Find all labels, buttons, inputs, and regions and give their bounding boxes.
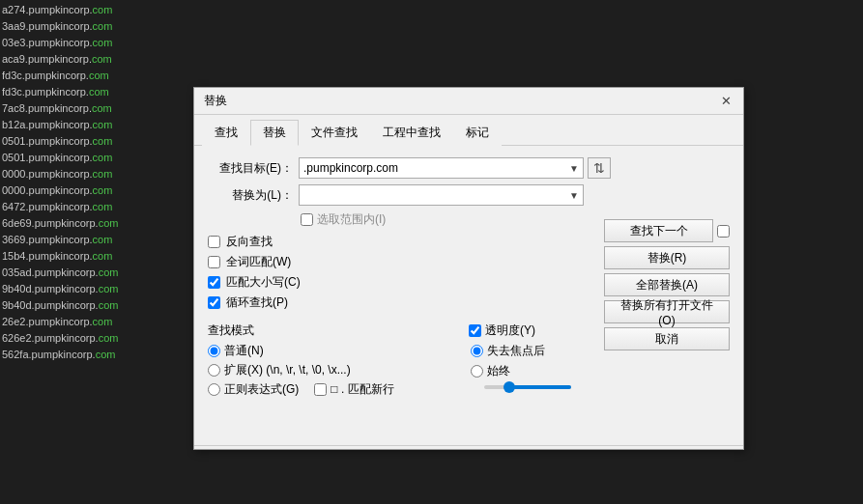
bg-list-item: 562fa.pumpkincorp.com <box>0 347 188 363</box>
domain-text: com <box>99 297 119 314</box>
bg-list-item: 9b40d.pumpkincorp.com <box>0 281 188 297</box>
cancel-button[interactable]: 取消 <box>604 327 730 350</box>
sel-range-checkbox[interactable] <box>301 213 313 226</box>
mode-regex-label[interactable]: 正则表达式(G) <box>224 381 299 398</box>
domain-text: com <box>93 232 113 248</box>
tab-标记[interactable]: 标记 <box>453 120 502 146</box>
tab-查找[interactable]: 查找 <box>202 120 250 146</box>
match-newline-label[interactable]: □ . 匹配新行 <box>331 381 393 398</box>
slider-row <box>484 385 730 389</box>
hash-text: 0000.pumpkincorp. <box>2 182 93 199</box>
mode-normal-label[interactable]: 普通(N) <box>224 343 264 359</box>
mode-extended-label[interactable]: 扩展(X) (\n, \r, \t, \0, \x...) <box>224 362 351 378</box>
domain-text: com <box>89 84 109 100</box>
trans-blur-radio[interactable] <box>471 345 483 357</box>
bg-list-item: 15b4.pumpkincorp.com <box>0 248 188 265</box>
hash-text: 9b40d.pumpkincorp. <box>2 297 99 314</box>
bg-list-item: a274.pumpkincorp.com <box>0 2 188 18</box>
mode-regex-radio[interactable] <box>208 383 220 396</box>
replace-button[interactable]: 替换(R) <box>604 246 730 269</box>
wrap-search-checkbox[interactable] <box>208 296 220 309</box>
hash-text: 6472.pumpkincorp. <box>2 199 93 215</box>
reverse-search-label[interactable]: 反向查找 <box>226 234 273 250</box>
domain-text: com <box>93 314 113 330</box>
hash-text: 562fa.pumpkincorp. <box>2 347 96 363</box>
trans-always-label[interactable]: 始终 <box>487 363 510 379</box>
replace-combo[interactable]: ▼ <box>299 184 584 206</box>
find-next-button[interactable]: 查找下一个 <box>604 219 713 242</box>
close-button[interactable]: ✕ <box>718 94 734 109</box>
bg-list-item: 035ad.pumpkincorp.com <box>0 265 188 281</box>
reverse-search-checkbox[interactable] <box>208 236 220 248</box>
dialog-title: 替换 <box>204 93 227 109</box>
swap-button[interactable]: ⇅ <box>588 157 611 179</box>
match-case-checkbox[interactable] <box>208 276 220 289</box>
bg-list-item: 7ac8.pumpkincorp.com <box>0 100 188 117</box>
find-input-wrap: ▼ ⇅ <box>299 157 730 179</box>
tab-文件查找[interactable]: 文件查找 <box>299 120 370 146</box>
trans-blur-label[interactable]: 失去焦点后 <box>487 343 545 359</box>
hash-text: 26e2.pumpkincorp. <box>2 314 93 330</box>
match-newline-checkbox[interactable] <box>314 383 327 396</box>
hash-text: 7ac8.pumpkincorp. <box>2 100 92 117</box>
hash-text: 3aa9.pumpkincorp. <box>2 18 93 35</box>
domain-text: com <box>99 215 119 232</box>
mode-extended-row: 扩展(X) (\n, \r, \t, \0, \x...) <box>208 362 469 378</box>
bg-list-item: 0501.pumpkincorp.com <box>0 150 188 166</box>
trans-always-radio[interactable] <box>471 365 483 378</box>
domain-text: com <box>92 51 112 68</box>
replace-all-button[interactable]: 全部替换(A) <box>604 273 730 296</box>
bg-list-item: 6de69.pumpkincorp.com <box>0 215 188 232</box>
domain-text: com <box>93 133 113 150</box>
hash-text: 0501.pumpkincorp. <box>2 150 93 166</box>
whole-word-checkbox[interactable] <box>208 256 220 268</box>
sel-range-label[interactable]: 选取范围内(I) <box>317 211 386 228</box>
mode-extended-radio[interactable] <box>208 364 220 377</box>
bg-list-item: 3669.pumpkincorp.com <box>0 232 188 248</box>
bg-list-item: 6472.pumpkincorp.com <box>0 199 188 215</box>
find-combo-arrow[interactable]: ▼ <box>565 163 579 174</box>
search-mode-left: 查找模式 普通(N) 扩展(X) (\n, \r, \t, \0, \x...)… <box>208 322 469 401</box>
find-combo[interactable]: ▼ <box>299 157 584 179</box>
domain-text: com <box>93 35 113 51</box>
hash-text: 0501.pumpkincorp. <box>2 133 93 150</box>
domain-text: com <box>93 199 113 215</box>
bg-list-item: 9b40d.pumpkincorp.com <box>0 297 188 314</box>
bg-list-item: 626e2.pumpkincorp.com <box>0 330 188 347</box>
title-bar: 替换 ✕ <box>194 88 743 115</box>
find-row: 查找目标(E)： ▼ ⇅ <box>208 157 730 179</box>
trans-slider-fill <box>513 385 571 389</box>
bg-list-item: 26e2.pumpkincorp.com <box>0 314 188 330</box>
match-case-label[interactable]: 匹配大小写(C) <box>226 274 301 291</box>
trans-enable-checkbox[interactable] <box>469 324 481 337</box>
trans-slider-track[interactable] <box>484 385 571 389</box>
domain-text: com <box>93 117 113 133</box>
dialog-content: 查找目标(E)： ▼ ⇅ 替换为(L)： ▼ 选取范围内(I) <box>194 146 743 445</box>
hash-text: a274.pumpkincorp. <box>2 2 93 18</box>
bg-list-item: 0000.pumpkincorp.com <box>0 182 188 199</box>
replace-input[interactable] <box>303 188 565 202</box>
hash-text: fd3c.pumpkincorp. <box>2 68 89 84</box>
bg-list-item: 03e3.pumpkincorp.com <box>0 35 188 51</box>
whole-word-label[interactable]: 全词匹配(W) <box>226 254 291 270</box>
replace-row: 替换为(L)： ▼ <box>208 184 730 206</box>
domain-text: com <box>93 166 113 182</box>
wrap-search-label[interactable]: 循环查找(P) <box>226 294 288 311</box>
bg-list-item: 3aa9.pumpkincorp.com <box>0 18 188 35</box>
domain-text: com <box>93 18 113 35</box>
trans-enable-label[interactable]: 透明度(Y) <box>485 322 535 339</box>
search-mode-title: 查找模式 <box>208 322 469 339</box>
mode-normal-radio[interactable] <box>208 345 220 357</box>
tab-工程中查找[interactable]: 工程中查找 <box>370 120 453 146</box>
tab-bar: 查找替换文件查找工程中查找标记 <box>194 115 743 146</box>
hash-text: 035ad.pumpkincorp. <box>2 265 99 281</box>
replace-all-open-button[interactable]: 替换所有打开文件(O) <box>604 300 730 323</box>
tab-替换[interactable]: 替换 <box>250 120 299 146</box>
find-input[interactable] <box>303 161 565 175</box>
bg-list-item: fd3c.pumpkincorp.com <box>0 84 188 100</box>
replace-combo-arrow[interactable]: ▼ <box>565 190 579 201</box>
hash-text: b12a.pumpkincorp. <box>2 117 93 133</box>
trans-slider-thumb[interactable] <box>503 381 515 393</box>
find-next-checkbox[interactable] <box>717 225 730 238</box>
domain-text: com <box>93 150 113 166</box>
